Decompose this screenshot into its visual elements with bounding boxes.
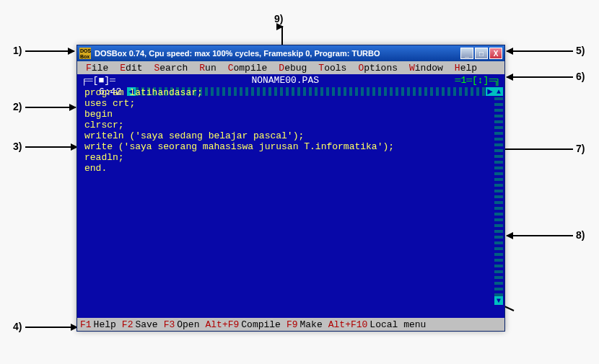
status-label[interactable]: Make	[300, 319, 323, 330]
editor-frame: ╒═[■]═ NONAME00.PAS ═1═[↕]═╗ program lat…	[77, 74, 504, 318]
status-key[interactable]: F3	[164, 319, 175, 330]
menu-search[interactable]: Search	[148, 63, 193, 74]
scroll-vert-track[interactable]	[494, 96, 503, 296]
status-label[interactable]: Save	[135, 319, 157, 330]
menu-tools[interactable]: Tools	[312, 63, 352, 74]
editor-frame-top: ╒═[■]═ NONAME00.PAS ═1═[↕]═╗	[77, 74, 504, 86]
annotation-4: 4)	[13, 321, 22, 332]
menu-edit[interactable]: Edit	[114, 63, 148, 74]
arrow-5	[507, 50, 573, 52]
scroll-down-icon[interactable]: ▼	[494, 296, 503, 305]
status-key[interactable]: F9	[287, 319, 298, 330]
menu-run[interactable]: Run	[193, 63, 222, 74]
status-key[interactable]: Alt+F9	[205, 319, 239, 330]
status-key[interactable]: F2	[122, 319, 134, 330]
statusbar: F1HelpF2SaveF3OpenAlt+F9CompileF9MakeAlt…	[77, 318, 504, 331]
status-label[interactable]: Open	[177, 319, 199, 330]
titlebar-text: DOSBox 0.74, Cpu speed: max 100% cycles,…	[95, 49, 459, 58]
status-label[interactable]: Local menu	[370, 319, 426, 330]
dosbox-icon: DOS Box	[79, 48, 91, 59]
annotation-6: 6)	[576, 71, 585, 82]
titlebar[interactable]: DOS Box DOSBox 0.74, Cpu speed: max 100%…	[77, 45, 504, 61]
menu-options[interactable]: Options	[352, 63, 403, 74]
arrow-8	[507, 235, 573, 236]
status-label[interactable]: Compile	[241, 319, 281, 330]
scroll-up-icon[interactable]: ▲	[494, 87, 503, 96]
menu-compile[interactable]: Compile	[222, 63, 274, 74]
annotation-8: 8)	[576, 229, 585, 241]
menu-debug[interactable]: Debug	[273, 63, 312, 74]
status-key[interactable]: F1	[80, 319, 92, 330]
arrow-3	[25, 146, 77, 148]
annotation-2: 2)	[13, 101, 22, 112]
annotation-5: 5)	[576, 45, 585, 56]
annotation-1: 1)	[13, 45, 22, 56]
frame-close-icon[interactable]: ╒═[■]═	[77, 75, 115, 86]
close-button[interactable]: X	[489, 48, 502, 59]
arrow-6	[507, 76, 573, 78]
menubar: File Edit Search Run Compile Debug Tools…	[77, 61, 504, 74]
code-area[interactable]: program latihandasar; uses crt; begin cl…	[84, 87, 493, 305]
status-label[interactable]: Help	[94, 319, 116, 330]
arrow-2	[25, 107, 76, 108]
annotation-3: 3)	[13, 141, 22, 152]
app-window: DOS Box DOSBox 0.74, Cpu speed: max 100%…	[76, 45, 505, 332]
menu-help[interactable]: Help	[449, 63, 483, 74]
maximize-button[interactable]: □	[475, 48, 488, 59]
annotation-7: 7)	[576, 143, 585, 154]
menu-file[interactable]: File	[80, 63, 114, 74]
arrow-4	[25, 327, 77, 328]
status-key[interactable]: Alt+F10	[328, 319, 368, 330]
minimize-button[interactable]: _	[460, 48, 473, 59]
editor-filename: NONAME00.PAS	[115, 75, 455, 86]
vertical-scrollbar[interactable]: ▲ ▼	[494, 87, 503, 305]
arrow-1	[25, 50, 74, 52]
menu-window[interactable]: Window	[403, 63, 449, 74]
frame-zoom-icon[interactable]: ═1═[↕]═╗	[455, 75, 504, 86]
